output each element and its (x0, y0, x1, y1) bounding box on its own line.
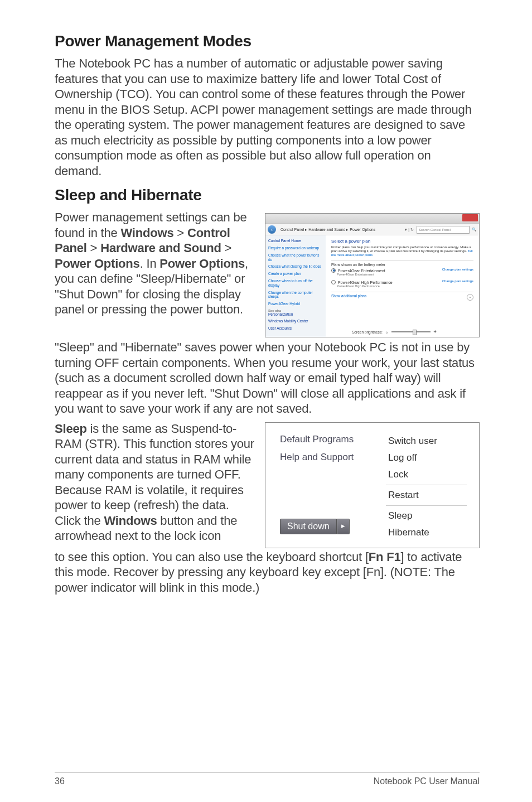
menu-separator (386, 505, 467, 506)
power-plan-row: Power4Gear Entertainment Power4Gear Ente… (331, 267, 473, 278)
brightness-slider (391, 331, 431, 332)
start-menu-screenshot: Default Programs Help and Support Shut d… (265, 422, 480, 548)
paragraph-shortcut: to see this option. You can also use the… (55, 549, 480, 596)
back-icon: ‹ (268, 225, 276, 234)
see-also-link: Personalization (268, 312, 324, 317)
sidebar-link: Choose what the power buttons do (268, 253, 323, 262)
menu-item-sleep: Sleep (386, 508, 470, 524)
window-titlebar (265, 214, 479, 224)
power-plan-row: Power4Gear High Performance Power4Gear H… (331, 278, 473, 290)
menu-item-help-support: Help and Support (274, 448, 379, 466)
main-content: Select a power plan Power plans can help… (326, 235, 479, 337)
main-desc: Power plans can help you maximize your c… (331, 245, 473, 258)
brightness-control: Screen brightness: ☼ ☀ (352, 330, 453, 334)
expand-icon: ⌄ (467, 294, 473, 301)
radio-icon (331, 280, 336, 284)
search-icon: 🔍 (472, 228, 477, 232)
heading-sleep-hibernate: Sleep and Hibernate (55, 186, 480, 204)
main-title: Select a power plan (331, 239, 473, 244)
menu-item-hibernate: Hibernate (386, 524, 470, 541)
paragraph-intro: The Notebook PC has a number of automati… (55, 56, 480, 178)
see-also-link: Windows Mobility Center (268, 319, 324, 323)
start-menu-left: Default Programs Help and Support Shut d… (274, 431, 379, 540)
sidebar: Control Panel Home Require a password on… (265, 235, 326, 337)
shutdown-arrow-icon: ▸ (337, 519, 350, 534)
paragraph-sleep-hibernate-desc: "Sleep" and "Hibernate" saves power when… (55, 340, 480, 417)
sidebar-link: Change when the computer sleeps (268, 291, 323, 299)
shutdown-button: Shut down (280, 519, 337, 534)
heading-power-management: Power Management Modes (55, 32, 480, 50)
manual-title: Notebook PC User Manual (374, 776, 480, 786)
sun-bright-icon: ☀ (433, 330, 437, 334)
sidebar-link: Create a power plan (268, 272, 323, 276)
see-also-link: User Accounts (268, 326, 324, 331)
sun-dim-icon: ☼ (385, 330, 389, 334)
menu-separator (386, 485, 467, 485)
sidebar-link: Power4Gear Hybrid (268, 302, 323, 306)
change-settings-link: Change plan settings (442, 279, 473, 283)
sidebar-link: Choose what closing the lid does (268, 264, 323, 269)
close-icon (462, 214, 478, 221)
sidebar-link: Choose when to turn off the display (268, 279, 323, 288)
shutdown-submenu: Switch user Log off Lock Restart Sleep H… (379, 431, 470, 540)
change-settings-link: Change plan settings (442, 268, 473, 271)
show-additional-link: Show additional plans (331, 294, 366, 298)
menu-item-default-programs: Default Programs (274, 431, 379, 448)
menu-item-restart: Restart (386, 487, 470, 504)
page-number: 36 (55, 776, 65, 786)
sidebar-link: Require a password on wakeup (268, 246, 323, 250)
search-box: Search Control Panel (417, 226, 470, 234)
power-options-screenshot: ‹ Control Panel ▸ Hardware and Sound ▸ P… (265, 213, 480, 337)
breadcrumb: Control Panel ▸ Hardware and Sound ▸ Pow… (280, 228, 402, 232)
paragraph-sleep-str: Sleep is the same as Suspend-to-RAM (STR… (55, 421, 256, 544)
battery-section-label: Plans shown on the battery meter (331, 260, 473, 267)
menu-item-switch-user: Switch user (386, 433, 470, 450)
menu-item-log-off: Log off (386, 450, 470, 466)
menu-item-lock: Lock (386, 466, 470, 483)
paragraph-settings-location: Power management settings can be found i… (55, 210, 256, 317)
radio-icon (331, 268, 336, 273)
sidebar-title: Control Panel Home (268, 239, 323, 243)
nav-bar: ‹ Control Panel ▸ Hardware and Sound ▸ P… (265, 224, 479, 235)
